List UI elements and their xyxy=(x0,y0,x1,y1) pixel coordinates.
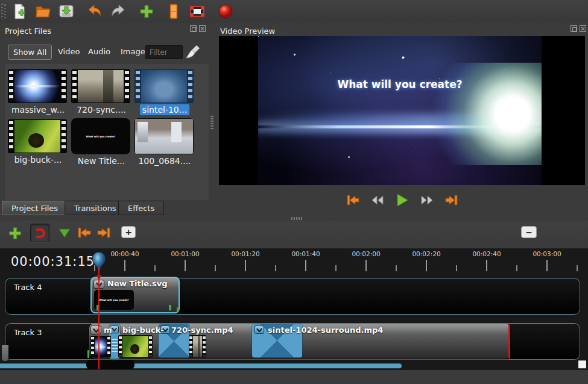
ruler-tick-minor xyxy=(154,265,156,271)
jump-to-end-button[interactable] xyxy=(443,192,461,208)
clear-filter-button[interactable] xyxy=(185,43,201,63)
file-item-big-buck[interactable]: big-buck-... xyxy=(8,119,68,165)
undo-icon xyxy=(86,3,103,20)
transition-menu-button[interactable] xyxy=(254,326,264,334)
clip-new-title[interactable]: New Title.svg What will you create? xyxy=(90,277,180,313)
ruler-tick-major xyxy=(546,260,548,271)
filter-input[interactable] xyxy=(145,45,183,59)
playback-controls xyxy=(219,190,585,210)
video-preview-title: Video Preview xyxy=(220,27,275,36)
file-label: 720-sync.... xyxy=(74,104,128,115)
playhead-marker[interactable] xyxy=(90,251,107,275)
export-video-button[interactable] xyxy=(187,2,207,21)
ruler-tick-major xyxy=(124,260,125,271)
add-track-button[interactable] xyxy=(6,224,24,242)
clip-thumbnail: What will you create? xyxy=(94,290,134,310)
file-item-massive[interactable]: massive_w... xyxy=(8,69,68,115)
redo-icon xyxy=(110,3,127,20)
marker-down-icon xyxy=(58,228,71,239)
video-preview-dock-title: Video Preview xyxy=(220,25,275,37)
ruler-tick-major xyxy=(305,260,306,271)
project-files-dock-title: Project Files xyxy=(5,25,51,37)
open-folder-icon xyxy=(34,3,51,20)
ruler-tick-minor xyxy=(577,265,578,271)
next-marker-icon xyxy=(96,227,112,239)
file-item-new-title[interactable]: What will you create? New Title... xyxy=(71,118,131,166)
new-project-icon xyxy=(11,3,28,20)
track-2-clip-sliver[interactable] xyxy=(86,360,134,369)
starfield xyxy=(258,36,259,37)
close-panel-icon[interactable]: × xyxy=(199,25,206,32)
clip-label-sintel: sintel-1024-surround.mp4 xyxy=(268,326,383,335)
filter-tab-video[interactable]: Video xyxy=(53,45,84,58)
timeline-toolbar: + − 20 seconds xyxy=(0,221,588,247)
jump-to-start-button[interactable] xyxy=(344,192,362,208)
track-3-clip-bar: m big-buck- xyxy=(89,324,510,359)
clip-trim-edge[interactable] xyxy=(508,324,510,359)
keyframe-indicator xyxy=(169,305,171,310)
float-panel-icon[interactable] xyxy=(190,25,197,32)
save-icon xyxy=(58,3,75,20)
clip-menu-button[interactable] xyxy=(90,326,101,335)
clip-label: New Title.svg xyxy=(107,279,168,288)
save-project-button[interactable] xyxy=(56,2,77,21)
toolbar-drag-handle[interactable] xyxy=(1,4,7,19)
previous-marker-icon xyxy=(77,227,92,239)
playhead-line[interactable] xyxy=(98,269,100,369)
horizontal-splitter-handle[interactable] xyxy=(291,217,303,220)
snapping-toggle-button[interactable] xyxy=(30,224,49,242)
float-panel-icon[interactable] xyxy=(571,25,577,32)
main-toolbar xyxy=(0,0,588,23)
add-marker-button[interactable] xyxy=(57,225,72,241)
fast-forward-button[interactable] xyxy=(418,192,436,208)
chevron-down-icon xyxy=(256,328,262,332)
record-button[interactable] xyxy=(215,2,236,21)
rewind-button[interactable] xyxy=(368,192,387,208)
project-files-dock-controls: × xyxy=(190,25,206,32)
undo-button[interactable] xyxy=(84,2,105,21)
magnet-icon xyxy=(33,227,46,240)
plus-icon xyxy=(138,3,155,20)
track-3-row: Track 3 m big-buck- xyxy=(5,323,580,360)
zoom-out-button[interactable]: − xyxy=(521,226,537,238)
track-3-name: Track 3 xyxy=(14,328,42,337)
playhead-arrow xyxy=(96,275,102,280)
file-label: New Title... xyxy=(75,156,127,166)
panel-splitter-handle[interactable] xyxy=(210,116,213,130)
play-button[interactable] xyxy=(393,192,411,208)
open-project-button[interactable] xyxy=(33,2,53,21)
ruler-tick-major xyxy=(365,260,367,271)
ruler-tick-label: 00:03:00 xyxy=(533,250,561,257)
file-item-100-0684[interactable]: 100_0684.... xyxy=(134,118,195,166)
file-item-sintel[interactable]: sintel-10... xyxy=(134,69,195,115)
add-track-icon xyxy=(7,225,23,241)
filter-tab-show-all[interactable]: Show All xyxy=(8,45,52,60)
project-files-title: Project Files xyxy=(5,27,51,36)
keyframe-indicator xyxy=(177,307,179,312)
timeline-ruler[interactable]: 00:00:4000:01:0000:01:2000:01:4000:02:00… xyxy=(0,248,583,274)
tab-project-files[interactable]: Project Files xyxy=(2,201,68,215)
vertical-scrollbar-thumb[interactable] xyxy=(2,345,8,361)
previous-marker-button[interactable] xyxy=(76,225,93,240)
video-preview-dock-controls: × xyxy=(571,25,586,32)
next-marker-button[interactable] xyxy=(95,225,112,240)
close-panel-icon[interactable]: × xyxy=(580,25,586,32)
horizontal-scrollbar-thumb[interactable] xyxy=(0,364,402,368)
zoom-in-button[interactable]: + xyxy=(121,226,136,238)
redo-button[interactable] xyxy=(108,2,128,21)
clip-edge-indicator xyxy=(87,350,89,358)
title-editor-button[interactable] xyxy=(163,2,184,21)
filter-tab-audio[interactable]: Audio xyxy=(83,45,115,58)
new-project-button[interactable] xyxy=(9,2,30,21)
chevron-down-icon xyxy=(112,327,117,332)
tab-transitions[interactable]: Transitions xyxy=(65,201,126,215)
clip-label-massive: m xyxy=(104,326,112,335)
ruler-tick-label: 00:01:20 xyxy=(231,250,259,257)
file-item-720-sync[interactable]: 720-sync.... xyxy=(71,69,131,115)
ruler-tick-label: 00:02:00 xyxy=(352,250,380,257)
clip-thumbnail xyxy=(189,335,206,357)
tab-effects[interactable]: Effects xyxy=(118,201,164,215)
fast-forward-icon xyxy=(420,194,434,206)
ruler-tick-major xyxy=(245,260,246,271)
add-button[interactable] xyxy=(136,2,157,21)
